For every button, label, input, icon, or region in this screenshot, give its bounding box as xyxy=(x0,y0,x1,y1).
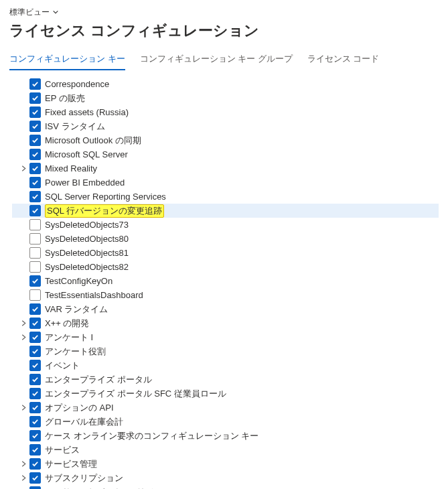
checkbox[interactable] xyxy=(29,430,41,441)
tree-row[interactable]: SQL 行バージョンの変更追跡 xyxy=(12,204,439,218)
tree-row[interactable]: SysDeletedObjects80 xyxy=(12,232,439,246)
tree-row[interactable]: TestConfigKeyOn xyxy=(12,274,439,288)
tree-item-label: Correspondence xyxy=(45,79,109,89)
tree-item-label: ケース オンライン要求のコンフィギュレーション キー xyxy=(45,430,258,442)
tree-row[interactable]: Microsoft Outlook の同期 xyxy=(12,133,439,147)
tree-row[interactable]: サービス管理 xyxy=(12,457,439,471)
checkbox[interactable] xyxy=(29,388,41,399)
tree-row[interactable]: オプションの API xyxy=(12,401,439,415)
tree-row[interactable]: アンケート役割 xyxy=(12,344,439,358)
checkbox[interactable] xyxy=(29,444,41,456)
tree-row[interactable]: Microsoft SQL Server xyxy=(12,147,439,161)
checkbox[interactable] xyxy=(29,374,41,385)
tree-item-label: ISV ランタイム xyxy=(45,121,105,133)
tree-item-label: SQL 行バージョンの変更追跡 xyxy=(45,204,164,218)
checkbox[interactable] xyxy=(29,163,41,174)
tree-item-label: エンタープライズ ポータル SFC 従業員ロール xyxy=(45,388,226,400)
checkbox[interactable] xyxy=(29,149,41,160)
checkbox[interactable] xyxy=(29,289,41,301)
tree-row[interactable]: Mixed Reality xyxy=(12,161,439,176)
tree-row[interactable]: サブスクリプション xyxy=(12,471,439,485)
tree-row[interactable]: SQL Server Reporting Services xyxy=(12,190,439,204)
tree-row[interactable]: VAR ランタイム xyxy=(12,302,439,316)
tree-row[interactable]: SysDeletedObjects82 xyxy=(12,260,439,274)
tree-item-label: アンケート I xyxy=(45,332,93,344)
tree-item-label: SysDeletedObjects73 xyxy=(45,220,129,230)
tree-row[interactable]: エンタープライズ ポータル SFC 従業員ロール xyxy=(12,387,439,401)
tree-item-label: アンケート役割 xyxy=(45,346,106,358)
tree-row[interactable]: Power BI Embedded xyxy=(12,176,439,190)
tree-item-label: Power BI Embedded xyxy=(45,178,125,188)
tree-item-label: SQL Server Reporting Services xyxy=(45,192,166,202)
checkbox[interactable] xyxy=(29,486,41,489)
checkbox[interactable] xyxy=(29,191,41,202)
view-selector[interactable]: 標準ビュー xyxy=(9,5,59,19)
tree-item-label: Microsoft Outlook の同期 xyxy=(45,135,141,147)
expand-caret-icon[interactable] xyxy=(19,474,28,483)
tree-row[interactable]: EP の販売 xyxy=(12,91,439,105)
checkbox[interactable] xyxy=(29,247,41,259)
tree-item-label: サブスクリプション xyxy=(45,472,123,484)
tree-item-label: SysDeletedObjects80 xyxy=(45,234,129,244)
tree-row[interactable]: アンケート I xyxy=(12,330,439,344)
tree-row[interactable]: サービス xyxy=(12,443,439,457)
expand-caret-icon[interactable] xyxy=(19,333,28,342)
tabs: コンフィギュレーション キーコンフィギュレーション キー グループライセンス コ… xyxy=(9,50,439,70)
tree-row[interactable]: ケース オンライン要求のコンフィギュレーション キー xyxy=(12,429,439,443)
checkbox[interactable] xyxy=(29,233,41,244)
tree-item-label: センサー データ インテリジェンス xyxy=(45,486,180,490)
checkbox[interactable] xyxy=(29,402,41,413)
checkbox[interactable] xyxy=(29,177,41,188)
checkbox[interactable] xyxy=(29,135,41,146)
tree-item-label: VAR ランタイム xyxy=(45,303,108,316)
checkbox[interactable] xyxy=(29,261,41,273)
tree-row[interactable]: SysDeletedObjects81 xyxy=(12,246,439,260)
tree-item-label: エンタープライズ ポータル xyxy=(45,374,152,386)
tab-2[interactable]: ライセンス コード xyxy=(307,50,380,70)
tree-item-label: X++ の開発 xyxy=(45,318,89,330)
tree-item-label: Microsoft SQL Server xyxy=(45,149,128,159)
checkbox[interactable] xyxy=(29,107,41,118)
checkbox[interactable] xyxy=(29,121,41,132)
tree-item-label: グローバル在庫会計 xyxy=(45,416,123,428)
tree-item-label: サービス管理 xyxy=(45,458,97,470)
tree-item-label: オプションの API xyxy=(45,402,114,414)
tree-row[interactable]: エンタープライズ ポータル xyxy=(12,372,439,387)
checkbox[interactable] xyxy=(29,332,41,343)
tree-row[interactable]: ISV ランタイム xyxy=(12,119,439,133)
tree-row[interactable]: Correspondence xyxy=(12,77,439,91)
checkbox[interactable] xyxy=(29,78,41,90)
expand-caret-icon[interactable] xyxy=(19,403,28,413)
checkbox[interactable] xyxy=(29,92,41,104)
expand-caret-icon[interactable] xyxy=(19,164,28,173)
chevron-down-icon xyxy=(52,8,59,17)
page-title: ライセンス コンフィギュレーション xyxy=(9,21,439,41)
view-selector-label: 標準ビュー xyxy=(9,7,50,18)
checkbox[interactable] xyxy=(29,472,41,484)
checkbox[interactable] xyxy=(29,275,41,287)
tree-row[interactable]: イベント xyxy=(12,358,439,372)
checkbox[interactable] xyxy=(29,219,41,230)
checkbox[interactable] xyxy=(29,205,41,216)
expand-caret-icon[interactable] xyxy=(19,460,28,469)
tree-item-label: SysDeletedObjects81 xyxy=(45,248,129,258)
tree-row[interactable]: Fixed assets (Russia) xyxy=(12,105,439,119)
checkbox[interactable] xyxy=(29,346,41,357)
tree-item-label: サービス xyxy=(45,444,80,456)
tree-item-label: Fixed assets (Russia) xyxy=(45,107,129,117)
tree-row[interactable]: X++ の開発 xyxy=(12,316,439,330)
checkbox[interactable] xyxy=(29,416,41,427)
tab-0[interactable]: コンフィギュレーション キー xyxy=(9,50,125,70)
checkbox[interactable] xyxy=(29,318,41,329)
tree-row[interactable]: SysDeletedObjects73 xyxy=(12,218,439,232)
tree-row[interactable]: グローバル在庫会計 xyxy=(12,415,439,429)
checkbox[interactable] xyxy=(29,303,41,315)
tree-row[interactable]: TestEssentialsDashboard xyxy=(12,288,439,302)
tab-1[interactable]: コンフィギュレーション キー グループ xyxy=(140,50,293,70)
expand-caret-icon[interactable] xyxy=(19,319,28,328)
checkbox[interactable] xyxy=(29,360,41,371)
tree-item-label: イベント xyxy=(45,360,80,372)
tree-row[interactable]: センサー データ インテリジェンス xyxy=(12,485,439,489)
checkbox[interactable] xyxy=(29,458,41,470)
config-key-tree: CorrespondenceEP の販売Fixed assets (Russia… xyxy=(12,77,439,489)
